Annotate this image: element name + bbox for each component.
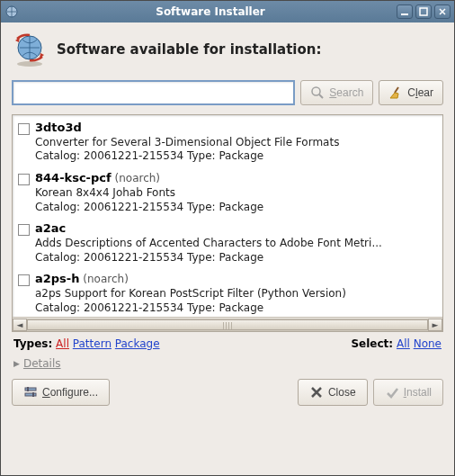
package-description: a2ps Support for Korean PostScript Filte… bbox=[35, 287, 439, 301]
close-button-label: Close bbox=[328, 386, 356, 399]
package-arch: (noarch) bbox=[112, 172, 160, 184]
package-catalog: Catalog: 20061221-215534 Type: Package bbox=[35, 301, 439, 316]
select-none-link[interactable]: None bbox=[414, 337, 442, 350]
scroll-right-button[interactable]: ► bbox=[428, 319, 442, 331]
svg-rect-13 bbox=[32, 392, 34, 397]
check-icon bbox=[385, 385, 399, 400]
globe-install-icon bbox=[12, 31, 48, 67]
package-checkbox[interactable] bbox=[18, 174, 30, 185]
package-list-container: 3dto3dConverter for Several 3-Dimensiona… bbox=[12, 114, 443, 332]
maximize-button[interactable] bbox=[415, 4, 432, 19]
svg-rect-10 bbox=[25, 388, 36, 391]
broom-icon bbox=[388, 85, 403, 100]
package-list[interactable]: 3dto3dConverter for Several 3-Dimensiona… bbox=[13, 115, 442, 317]
window-title: Software Installer bbox=[24, 5, 397, 18]
package-body: 844-ksc-pcf (noarch)Korean 8x4x4 Johab F… bbox=[35, 171, 439, 214]
types-label: Types: bbox=[13, 337, 52, 350]
close-button[interactable] bbox=[434, 4, 451, 19]
bottom-button-row: Configure... Close Install bbox=[12, 379, 443, 406]
select-all-link[interactable]: All bbox=[397, 337, 410, 350]
package-checkbox[interactable] bbox=[18, 123, 30, 135]
svg-rect-11 bbox=[25, 393, 36, 396]
app-icon bbox=[4, 4, 19, 19]
configure-button-label: Configure... bbox=[42, 386, 98, 399]
install-button[interactable]: Install bbox=[373, 379, 443, 406]
close-icon bbox=[309, 385, 324, 400]
types-pattern-link[interactable]: Pattern bbox=[73, 337, 112, 350]
software-installer-window: Software Installer Software available fo… bbox=[0, 0, 455, 476]
close-dialog-button[interactable]: Close bbox=[298, 379, 368, 406]
titlebar: Software Installer bbox=[1, 1, 454, 22]
search-row: Search Clear bbox=[12, 80, 443, 105]
header: Software available for installation: bbox=[12, 31, 443, 67]
package-name: 3dto3d bbox=[35, 121, 82, 134]
package-catalog: Catalog: 20061221-215534 Type: Package bbox=[35, 251, 439, 265]
package-description: Converter for Several 3-Dimensional Obje… bbox=[35, 136, 439, 150]
package-name: 844-ksc-pcf bbox=[35, 171, 112, 184]
select-filter: Select: All None bbox=[351, 337, 442, 350]
package-checkbox[interactable] bbox=[18, 224, 30, 236]
package-description: Korean 8x4x4 Johab Fonts bbox=[35, 186, 439, 201]
scroll-thumb[interactable] bbox=[27, 319, 428, 330]
package-catalog: Catalog: 20061221-215534 Type: Package bbox=[35, 149, 439, 164]
types-package-link[interactable]: Package bbox=[115, 337, 160, 350]
package-name: a2ac bbox=[35, 221, 66, 235]
search-button[interactable]: Search bbox=[300, 80, 373, 105]
minimize-button[interactable] bbox=[397, 4, 413, 19]
search-input[interactable] bbox=[12, 80, 295, 105]
types-all-link[interactable]: All bbox=[56, 337, 69, 350]
details-expander[interactable]: ▶ Details bbox=[12, 352, 443, 379]
select-label: Select: bbox=[351, 337, 393, 350]
header-text: Software available for installation: bbox=[57, 41, 321, 58]
list-item[interactable]: 844-ksc-pcf (noarch)Korean 8x4x4 Johab F… bbox=[16, 169, 441, 220]
clear-button-label: Clear bbox=[407, 86, 433, 99]
list-item[interactable]: a2acAdds Descriptions of Accented Charac… bbox=[16, 220, 441, 270]
scroll-left-button[interactable]: ◄ bbox=[13, 319, 27, 331]
svg-line-8 bbox=[319, 94, 323, 98]
list-item[interactable]: 3dto3dConverter for Several 3-Dimensiona… bbox=[16, 119, 441, 169]
search-button-label: Search bbox=[329, 86, 363, 99]
content-area: Software available for installation: Sea… bbox=[1, 22, 454, 475]
svg-point-3 bbox=[17, 61, 42, 67]
package-description: Adds Descriptions of Accented Characters… bbox=[35, 237, 439, 251]
package-name: a2ps-h bbox=[35, 272, 80, 285]
install-button-label: Install bbox=[404, 386, 432, 399]
triangle-right-icon: ▶ bbox=[13, 359, 20, 368]
package-body: a2ps-h (noarch)a2ps Support for Korean P… bbox=[35, 272, 439, 315]
package-checkbox[interactable] bbox=[18, 274, 30, 286]
horizontal-scrollbar[interactable]: ◄ ► bbox=[13, 317, 442, 331]
svg-rect-12 bbox=[27, 387, 29, 391]
list-item[interactable]: a2ps-h (noarch)a2ps Support for Korean P… bbox=[16, 270, 441, 317]
search-icon bbox=[310, 85, 325, 100]
svg-point-7 bbox=[312, 87, 320, 95]
svg-line-9 bbox=[395, 87, 398, 93]
package-arch: (noarch) bbox=[80, 273, 129, 285]
configure-button[interactable]: Configure... bbox=[12, 379, 110, 406]
svg-rect-1 bbox=[401, 13, 408, 15]
svg-rect-2 bbox=[420, 8, 427, 15]
filter-row: Types: All Pattern Package Select: All N… bbox=[12, 332, 443, 352]
package-body: 3dto3dConverter for Several 3-Dimensiona… bbox=[35, 121, 439, 164]
details-label: Details bbox=[23, 357, 61, 370]
scroll-track[interactable] bbox=[27, 319, 428, 331]
configure-icon bbox=[23, 385, 38, 400]
package-body: a2acAdds Descriptions of Accented Charac… bbox=[35, 221, 439, 265]
package-catalog: Catalog: 20061221-215534 Type: Package bbox=[35, 201, 439, 215]
clear-button[interactable]: Clear bbox=[379, 80, 443, 105]
types-filter: Types: All Pattern Package bbox=[13, 337, 160, 350]
